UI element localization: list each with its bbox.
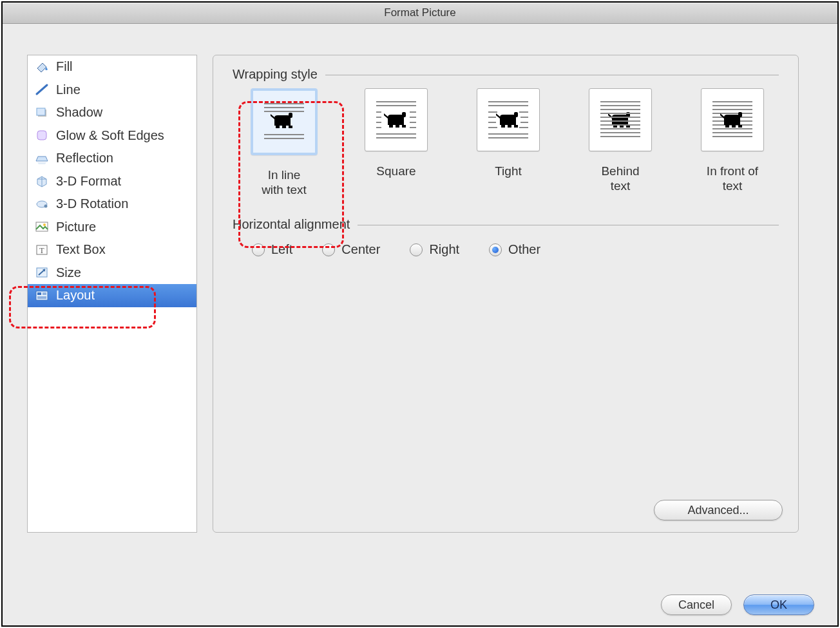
wrap-label: In front of text <box>707 164 758 195</box>
layout-icon <box>34 289 50 303</box>
wrap-label: Tight <box>495 164 522 195</box>
ok-button[interactable]: OK <box>743 595 814 615</box>
advanced-button[interactable]: Advanced... <box>654 500 783 520</box>
svg-rect-17 <box>37 292 41 295</box>
radio-label: Center <box>341 242 380 257</box>
resize-icon <box>34 265 50 280</box>
sidebar-item-glow[interactable]: Glow & Soft Edges <box>28 124 196 147</box>
svg-rect-40 <box>402 112 406 117</box>
sidebar: Fill Line Shadow Glow & Soft Edges <box>27 55 197 533</box>
sidebar-item-label: Line <box>56 82 196 97</box>
sidebar-item-line[interactable]: Line <box>28 79 196 102</box>
sidebar-item-label: 3-D Format <box>56 174 196 189</box>
svg-rect-3 <box>37 108 45 115</box>
svg-marker-6 <box>37 162 46 164</box>
sidebar-item-picture[interactable]: Picture <box>28 216 196 239</box>
cancel-button[interactable]: Cancel <box>661 595 732 615</box>
wrapping-style-row: In line with text <box>213 86 798 199</box>
wrap-thumb-front <box>701 88 764 151</box>
wrap-option-inline[interactable]: In line with text <box>239 88 329 199</box>
reflection-icon <box>34 151 50 166</box>
wrapping-style-header: Wrapping style <box>213 55 798 86</box>
svg-marker-5 <box>36 157 48 161</box>
picture-icon <box>34 220 50 234</box>
svg-rect-53 <box>514 112 518 117</box>
svg-point-8 <box>44 204 48 207</box>
wrap-thumb-tight <box>477 88 540 151</box>
paintbucket-icon <box>34 60 50 74</box>
wrap-option-square[interactable]: Square <box>351 88 441 199</box>
sidebar-item-layout[interactable]: Layout <box>28 284 196 307</box>
radio-icon <box>252 243 265 256</box>
main-panel: Wrapping style In line with text <box>213 55 799 533</box>
svg-rect-75 <box>738 112 742 117</box>
sidebar-item-shadow[interactable]: Shadow <box>28 101 196 124</box>
wrap-thumb-behind <box>589 88 652 151</box>
sidebar-item-label: Reflection <box>56 151 196 166</box>
sidebar-item-3dformat[interactable]: 3-D Format <box>28 170 196 193</box>
wrap-option-behind[interactable]: Behind text <box>575 88 665 199</box>
sidebar-item-label: Text Box <box>56 242 196 257</box>
radio-label: Right <box>429 242 459 257</box>
align-radio-left[interactable]: Left <box>252 242 292 257</box>
wrap-label: In line with text <box>262 168 307 199</box>
dialog-body: Fill Line Shadow Glow & Soft Edges <box>3 24 837 584</box>
rotation-icon <box>34 197 50 211</box>
sidebar-item-label: 3-D Rotation <box>56 196 196 211</box>
sidebar-item-label: Glow & Soft Edges <box>56 128 196 143</box>
sidebar-item-label: Layout <box>56 288 196 303</box>
sidebar-item-reflection[interactable]: Reflection <box>28 147 196 170</box>
line-icon <box>34 82 50 97</box>
cube-icon <box>34 174 50 188</box>
wrap-option-front[interactable]: In front of text <box>687 88 778 199</box>
svg-point-10 <box>43 224 46 226</box>
radio-icon <box>322 243 335 256</box>
textbox-icon: T <box>34 243 50 257</box>
sidebar-item-3drotation[interactable]: 3-D Rotation <box>28 193 196 216</box>
sidebar-item-size[interactable]: Size <box>28 262 196 285</box>
sidebar-item-label: Fill <box>56 59 196 74</box>
align-radio-right[interactable]: Right <box>410 242 459 257</box>
radio-icon <box>489 243 502 256</box>
wrap-label: Square <box>376 164 415 195</box>
svg-rect-4 <box>37 131 46 140</box>
sidebar-item-fill[interactable]: Fill <box>28 55 196 79</box>
radio-icon <box>410 243 423 256</box>
align-radio-center[interactable]: Center <box>322 242 380 257</box>
glow-icon <box>34 128 50 142</box>
svg-marker-0 <box>37 63 46 72</box>
svg-text:T: T <box>39 246 44 255</box>
radio-label: Left <box>271 242 292 257</box>
sidebar-item-label: Shadow <box>56 105 196 120</box>
svg-rect-25 <box>289 113 292 118</box>
dialog-button-bar: Cancel OK <box>3 584 837 625</box>
window-title: Format Picture <box>3 3 837 24</box>
radio-label: Other <box>508 242 540 257</box>
alignment-radio-group: Left Center Right Other <box>213 236 798 257</box>
wrap-thumb-square <box>365 88 428 151</box>
wrap-thumb-inline <box>251 88 318 155</box>
svg-line-1 <box>37 85 47 94</box>
align-radio-other[interactable]: Other <box>489 242 540 257</box>
sidebar-item-label: Size <box>56 265 196 280</box>
wrap-option-tight[interactable]: Tight <box>463 88 553 199</box>
sidebar-item-textbox[interactable]: T Text Box <box>28 238 196 262</box>
shadow-icon <box>34 106 50 120</box>
wrap-label: Behind text <box>601 164 639 195</box>
sidebar-item-label: Picture <box>56 220 196 234</box>
horizontal-alignment-header: Horizontal alignment <box>213 199 798 236</box>
